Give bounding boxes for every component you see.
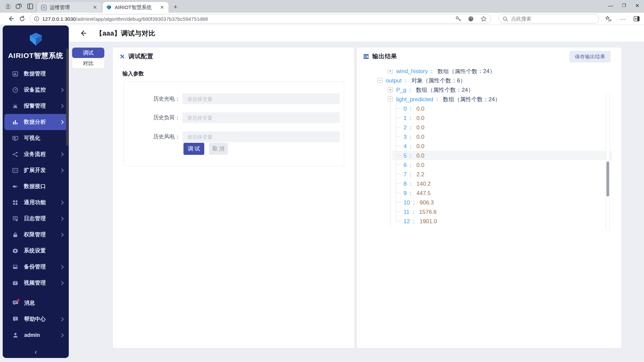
sidebar-item-gear[interactable]: 系统设置 [3, 243, 69, 259]
tree-colon: ： [411, 218, 417, 225]
expand-icon[interactable]: + [388, 69, 393, 73]
tree-colon: ： [408, 181, 413, 187]
browser-tab-airiot[interactable]: AIRIOT智慧系统 ✕ [103, 2, 168, 13]
collapse-icon[interactable]: − [388, 97, 393, 102]
browser-menu-icon[interactable]: … [620, 14, 627, 21]
site-info-icon[interactable] [34, 16, 39, 21]
sidebar-item-grid[interactable]: 通用功能 [3, 194, 69, 210]
sidebar-item-message[interactable]: 消息 [3, 295, 69, 311]
password-key-icon[interactable] [455, 16, 461, 22]
save-output-button[interactable]: 保存输出结果 [570, 51, 610, 62]
tree-row-3[interactable]: 3：0.0 [357, 132, 612, 141]
chevron-right-icon [61, 217, 64, 221]
sidebar-item-gauge[interactable]: 设备监控 [3, 82, 69, 98]
tree-row-7[interactable]: 7：2.2 [357, 170, 612, 179]
sidebar-item-code[interactable]: 扩展开发 [3, 162, 69, 178]
tree-key: output [386, 77, 401, 84]
sidebar-item-user[interactable]: admin [3, 327, 69, 343]
side-search-box[interactable]: 点此搜索 [498, 14, 599, 23]
output-result-panel: 输出结果 保存输出结果 + wind_history：数组（属性个数：24） −… [357, 48, 621, 348]
sidebar-scrollbar-thumb[interactable] [66, 49, 68, 146]
output-scrollbar-thumb[interactable] [606, 162, 609, 196]
output-panel-title: 输出结果 [372, 52, 397, 60]
browser-profile-icon[interactable] [4, 2, 12, 10]
sidebar-item-lock[interactable]: 权限管理 [3, 227, 69, 243]
chevron-right-icon [61, 120, 64, 124]
browser-back-icon[interactable] [7, 15, 14, 22]
tree-row-2[interactable]: 2：0.0 [357, 123, 612, 132]
page-back-icon[interactable] [79, 29, 87, 37]
sidebar-item-screen[interactable]: 可视化 [3, 130, 69, 146]
sidebar-collapse-icon[interactable]: ‹ [3, 348, 69, 356]
search-placeholder: 点此搜索 [511, 16, 531, 22]
tree-row-P_g[interactable]: + P_g：数组（属性个数：24） [357, 85, 612, 95]
tab-separator [36, 4, 36, 10]
wind-history-select[interactable] [182, 131, 340, 142]
tree-connector-tick [396, 146, 401, 146]
copilot-sidebar-icon[interactable] [633, 15, 640, 22]
sidebar-item-video[interactable]: 视频管理 [3, 275, 69, 291]
browser-refresh-icon[interactable] [19, 15, 25, 22]
view-tab-debug[interactable]: 调试 [72, 48, 104, 58]
tree-colon: ： [408, 153, 413, 159]
tree-row-0[interactable]: 0：0.0 [357, 104, 612, 113]
tree-colon: ： [407, 87, 413, 93]
workspaces-icon[interactable] [15, 3, 22, 10]
alarm-icon [12, 103, 18, 109]
load-history-select[interactable] [182, 112, 340, 123]
video-icon [12, 280, 18, 286]
tree-row-1[interactable]: 1：0.0 [357, 113, 612, 123]
light-history-select[interactable] [182, 94, 340, 104]
sidebar-item-plug[interactable]: 数据接口 [3, 178, 69, 194]
collections-icon[interactable] [605, 15, 612, 22]
expand-icon[interactable]: + [388, 87, 393, 92]
tree-row-8[interactable]: 8：140.2 [357, 179, 612, 188]
tree-value: 2.2 [416, 171, 424, 178]
gauge-icon [12, 87, 18, 93]
tree-row-6[interactable]: 6：0.0 [357, 160, 612, 170]
tree-row-4[interactable]: 4：0.0 [357, 141, 612, 151]
sidebar-item-help[interactable]: ? 帮助中心 [3, 311, 69, 327]
user-icon [12, 332, 19, 339]
window-minimize-button[interactable]: — [604, 0, 617, 11]
tree-connector-tick [396, 155, 401, 156]
sidebar-item-log[interactable]: 日志管理 [3, 210, 69, 227]
sidebar-item-license[interactable]: 授权管理 [3, 291, 69, 295]
sidebar-bottom-section: 消息 ? 帮助中心 admin [3, 295, 69, 343]
vertical-tabs-icon[interactable] [27, 3, 34, 10]
tree-row-12[interactable]: 12：1901.0 [357, 217, 612, 225]
sidebar-item-alarm[interactable]: 报警管理 [3, 98, 69, 114]
window-close-button[interactable]: ✕ [631, 0, 644, 11]
sidebar-item-backup[interactable]: 备份管理 [3, 259, 69, 275]
tree-connector-tick [396, 202, 401, 202]
window-maximize-button[interactable]: ❐ [617, 0, 631, 11]
new-tab-button[interactable]: + [172, 3, 179, 11]
tree-row-light_predicted[interactable]: − light_predicted：数组（属性个数：24） [357, 95, 612, 104]
browser-tab-ops[interactable]: 运维管理 ✕ [38, 2, 101, 13]
tab-close-icon[interactable]: ✕ [159, 4, 165, 10]
favorite-star-icon[interactable] [481, 16, 487, 22]
tree-connector-tick [396, 127, 401, 127]
plug-icon [12, 183, 18, 190]
sidebar-item-bar-chart[interactable]: 数据管理 [3, 66, 69, 82]
tree-row-5[interactable]: 5：0.0 [357, 151, 612, 160]
grid-icon [12, 199, 18, 206]
tree-row-wind_history[interactable]: + wind_history：数组（属性个数：24） [357, 69, 612, 76]
tree-connector-tick [396, 108, 401, 109]
debug-button[interactable]: 调 试 [183, 143, 204, 155]
extension-icon[interactable] [468, 16, 474, 22]
tree-row-11[interactable]: 11：1576.6 [357, 207, 612, 217]
tab-title: 运维管理 [50, 4, 88, 11]
sidebar-item-column-chart[interactable]: 数据分析 [4, 114, 67, 130]
address-bar[interactable]: 127.0.0.1:3030/admin#/app/algorithm/debu… [30, 14, 491, 23]
cancel-button[interactable]: 取 消 [209, 143, 228, 155]
collapse-icon[interactable]: − [377, 78, 382, 83]
tree-row-output[interactable]: − output：对象（属性个数：6） [357, 76, 612, 85]
tab-close-icon[interactable]: ✕ [92, 4, 98, 10]
tree-row-10[interactable]: 10：906.3 [357, 198, 612, 207]
sidebar-item-flow[interactable]: 业务流程 [3, 146, 69, 162]
tree-row-9[interactable]: 9：447.5 [357, 188, 612, 198]
column-chart-icon [12, 119, 18, 125]
tree-connector-tick [396, 212, 401, 212]
view-tab-compare[interactable]: 对比 [72, 58, 104, 68]
